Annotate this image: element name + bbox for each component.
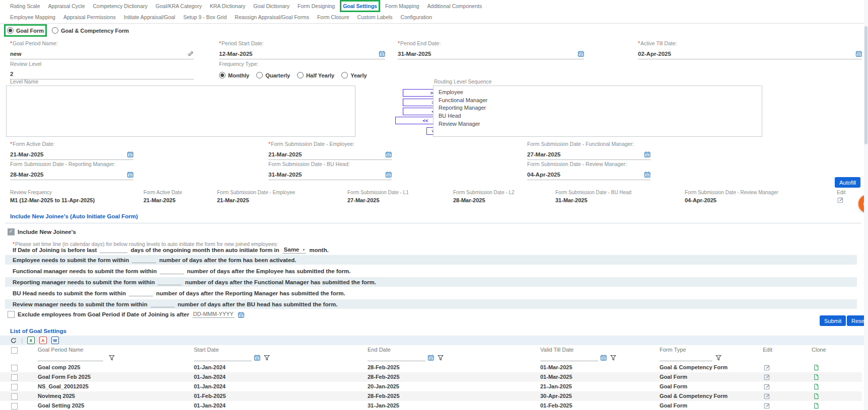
exclude-date-input[interactable]: DD-MMM-YYYY (192, 311, 235, 318)
filter-funnel-icon[interactable] (610, 355, 616, 361)
table-row[interactable]: Goal Form Feb 2025 01-Jan-2024 28-Feb-20… (0, 372, 862, 382)
tab-competency-dictionary[interactable]: Competency Dictionary (93, 3, 148, 9)
filter-funnel-icon[interactable] (264, 355, 270, 361)
select-all-checkbox[interactable] (11, 347, 18, 354)
edit-pencil-icon[interactable] (187, 50, 194, 57)
tab-goal-kra-category[interactable]: Goal/KRA Category (156, 3, 202, 9)
radio-half-yearly[interactable]: Half Yearly (297, 72, 334, 78)
row-clone-icon[interactable] (813, 383, 819, 390)
export-pdf-icon[interactable]: A (39, 337, 47, 344)
submission-employee-input[interactable]: 21-Mar-2025 (268, 149, 392, 160)
calendar-icon[interactable] (238, 311, 244, 318)
row-clone-icon[interactable] (813, 393, 819, 399)
calendar-icon[interactable] (127, 171, 133, 178)
refresh-icon[interactable] (10, 337, 17, 344)
tab-reassign-appraisal-goal-forms[interactable]: Reassign Appraisal/Goal Forms (235, 14, 309, 20)
row-checkbox[interactable] (11, 365, 18, 371)
calendar-icon[interactable] (385, 151, 392, 157)
tab-setup-9-box-grid[interactable]: Setup 9 - Box Grid (183, 14, 227, 20)
routing-level-listbox[interactable]: Employee Functional Manager Reporting Ma… (433, 86, 762, 137)
calendar-icon[interactable] (379, 50, 385, 57)
period-start-date-input[interactable]: 12-Mar-2025 (219, 49, 385, 59)
period-end-date-input[interactable]: 31-Mar-2025 (398, 49, 584, 59)
row-clone-icon[interactable] (813, 364, 819, 371)
calendar-icon[interactable] (577, 50, 584, 57)
submission-bu-head-input[interactable]: 31-Mar-2025 (268, 170, 392, 180)
radio-quarterly[interactable]: Quarterly (256, 72, 290, 78)
filter-funnel-icon[interactable] (715, 355, 721, 361)
routing-item-reporting-manager[interactable]: Reporting Manager (433, 104, 762, 112)
row-clone-icon[interactable] (813, 374, 819, 380)
row-checkbox[interactable] (11, 403, 18, 409)
calendar-icon[interactable] (855, 50, 862, 57)
row-edit-icon[interactable] (764, 402, 770, 409)
review-level-input[interactable]: 2 (10, 69, 194, 79)
row-clone-icon[interactable] (813, 402, 819, 409)
calendar-icon[interactable] (127, 151, 133, 157)
tab-additional-components[interactable]: Additional Components (427, 3, 482, 9)
calendar-icon[interactable] (600, 354, 607, 361)
filter-end-date-input[interactable] (368, 354, 425, 361)
export-word-icon[interactable]: W (51, 337, 59, 344)
radio-monthly[interactable]: Monthly (219, 72, 249, 78)
filter-name-input[interactable] (38, 354, 103, 361)
row-edit-icon[interactable] (764, 393, 770, 399)
rule-bu-head-days-input[interactable] (129, 290, 153, 296)
filter-valid-till-input[interactable] (540, 354, 598, 361)
routing-item-bu-head[interactable]: BU Head (433, 112, 762, 120)
autofill-button[interactable]: Autofill (835, 177, 860, 188)
export-excel-icon[interactable]: X (27, 337, 35, 344)
level-name-listbox[interactable] (6, 86, 355, 137)
routing-item-review-manager[interactable]: Review Manager (433, 120, 762, 128)
table-row[interactable]: Novimeq 2025 01-Feb-2025 28-Feb-2025 30-… (0, 391, 862, 401)
rule-employee-days-input[interactable] (132, 257, 156, 263)
row-edit-icon[interactable] (764, 383, 770, 390)
row-checkbox[interactable] (11, 374, 18, 381)
row-checkbox[interactable] (11, 384, 18, 390)
rule-functional-manager-days-input[interactable] (160, 268, 184, 274)
include-new-joinees-checkbox[interactable] (8, 228, 15, 235)
tab-appraisal-cycle[interactable]: Appraisal Cycle (48, 3, 85, 9)
submission-reporting-manager-input[interactable]: 28-Mar-2025 (10, 170, 133, 180)
tab-goal-dictionary[interactable]: Goal Dictionary (253, 3, 290, 9)
tab-form-closure[interactable]: Form Closure (317, 14, 349, 20)
tab-form-mapping[interactable]: Form Mapping (385, 3, 419, 9)
tab-form-designing[interactable]: Form Designing (298, 3, 335, 9)
submission-review-manager-input[interactable]: 04-Apr-2025 (527, 170, 650, 180)
summary-edit-icon[interactable] (837, 197, 844, 203)
radio-goal-competency-form[interactable]: Goal & Competency Form (52, 27, 129, 34)
exclude-employees-checkbox[interactable] (8, 311, 15, 318)
radio-yearly[interactable]: Yearly (341, 72, 367, 78)
routing-item-functional-manager[interactable]: Functional Manager (433, 97, 762, 105)
tab-goal-settings[interactable]: Goal Settings (343, 3, 377, 9)
tab-configuration[interactable]: Configuration (401, 14, 432, 20)
calendar-icon[interactable] (254, 354, 260, 361)
calendar-icon[interactable] (385, 171, 392, 178)
filter-funnel-icon[interactable] (438, 355, 444, 361)
row-checkbox[interactable] (11, 393, 18, 400)
tab-rating-scale[interactable]: Rating Scale (10, 3, 40, 9)
calendar-icon[interactable] (644, 171, 650, 178)
table-row[interactable]: Goal Setting 2025 01-Jan-2024 31-Jan-202… (0, 401, 862, 410)
row-edit-icon[interactable] (764, 364, 770, 371)
tab-kra-dictionary[interactable]: KRA Dictionary (210, 3, 246, 9)
joining-days-input[interactable] (100, 247, 127, 253)
tab-initiate-appraisal-goal[interactable]: Initiate Appraisal/Goal (124, 14, 175, 20)
table-row[interactable]: Goal comp 2025 01-Jan-2024 28-Feb-2025 0… (0, 363, 862, 372)
filter-start-date-input[interactable] (194, 354, 252, 361)
filter-funnel-icon[interactable] (109, 355, 115, 361)
table-row[interactable]: NS_Goal_20012025 01-Jan-2024 20-Jan-2025… (0, 382, 862, 391)
tab-employee-mapping[interactable]: Employee Mapping (10, 14, 55, 20)
month-select[interactable]: Same ▾ (282, 247, 307, 254)
rule-review-manager-days-input[interactable] (151, 301, 175, 307)
submit-button[interactable]: Submit (820, 315, 846, 326)
tab-custom-labels[interactable]: Custom Labels (357, 14, 393, 20)
scrollbar-thumb[interactable] (864, 26, 867, 144)
submission-functional-manager-input[interactable]: 27-Mar-2025 (527, 149, 650, 160)
row-edit-icon[interactable] (764, 374, 770, 380)
filter-form-type-input[interactable] (660, 354, 712, 361)
goal-period-name-input[interactable]: new (10, 49, 194, 59)
calendar-icon[interactable] (427, 354, 434, 361)
active-till-date-input[interactable]: 02-Apr-2025 (638, 49, 862, 59)
tab-appraisal-permissions[interactable]: Appraisal Permissions (63, 14, 116, 20)
